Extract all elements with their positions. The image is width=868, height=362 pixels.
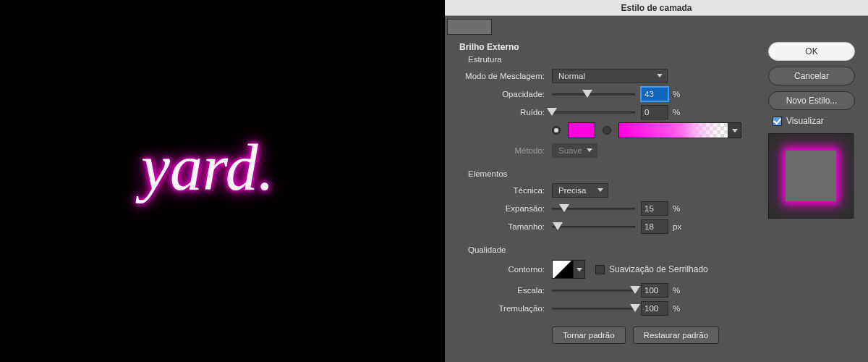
range-unit: %	[673, 286, 680, 295]
opacity-label: Opacidade:	[459, 90, 552, 98]
size-field[interactable]: 18	[641, 219, 668, 234]
solid-color-radio[interactable]	[552, 126, 561, 135]
layer-style-dialog: Estilo de camada Brilho Externo Estrutur…	[445, 0, 868, 362]
solid-color-swatch[interactable]	[568, 122, 595, 138]
noise-label: Ruído:	[459, 108, 552, 117]
canvas-area: yard.	[0, 0, 445, 362]
contour-swatch[interactable]	[552, 260, 574, 279]
blend-mode-value: Normal	[558, 72, 585, 80]
technique-value: Precisa	[558, 186, 586, 195]
ok-button[interactable]: OK	[768, 42, 855, 61]
method-value: Suave	[558, 146, 582, 155]
range-field[interactable]: 100	[641, 283, 668, 298]
chevron-down-icon	[657, 74, 663, 77]
antialias-checkbox[interactable]	[595, 265, 605, 274]
preview-shape	[786, 151, 836, 201]
size-unit: px	[673, 222, 681, 231]
active-effect-tab[interactable]	[447, 19, 492, 35]
antialias-label: Suavização de Serrilhado	[609, 264, 708, 274]
jitter-field[interactable]: 100	[641, 301, 668, 316]
spread-unit: %	[673, 204, 680, 213]
dialog-title: Estilo de camada	[445, 0, 868, 16]
preview-label: Visualizar	[786, 116, 824, 126]
jitter-label: Tremulação:	[459, 304, 552, 313]
chevron-down-icon	[587, 148, 592, 152]
make-default-button[interactable]: Tornar padrão	[552, 327, 626, 344]
opacity-unit: %	[673, 90, 680, 98]
contour-select-caret[interactable]	[574, 260, 585, 279]
noise-unit: %	[673, 108, 680, 117]
quality-heading: Qualidade	[468, 245, 758, 254]
gradient-select-caret[interactable]	[728, 122, 741, 138]
noise-slider[interactable]	[552, 106, 635, 118]
dialog-tab-strip	[445, 16, 868, 38]
spread-label: Expansão:	[459, 204, 552, 213]
effect-heading: Brilho Externo	[459, 42, 758, 52]
jitter-unit: %	[673, 304, 680, 313]
opacity-slider[interactable]	[552, 88, 635, 100]
method-label: Método:	[459, 146, 552, 155]
blend-mode-label: Modo de Mesclagem:	[459, 72, 552, 80]
range-slider[interactable]	[552, 285, 635, 296]
chevron-down-icon	[576, 268, 582, 272]
preview-checkbox[interactable]	[773, 117, 782, 126]
technique-label: Técnica:	[459, 186, 552, 195]
gradient-swatch[interactable]	[618, 122, 728, 138]
new-style-button[interactable]: Novo Estilo...	[768, 91, 855, 110]
chevron-down-icon	[597, 188, 603, 192]
technique-select[interactable]: Precisa	[552, 183, 608, 198]
chevron-down-icon	[732, 129, 738, 132]
structure-heading: Estrutura	[468, 55, 758, 64]
neon-sample-text: yard.	[141, 130, 274, 205]
blend-mode-select[interactable]: Normal	[552, 69, 668, 83]
effect-preview	[768, 133, 854, 219]
size-slider[interactable]	[552, 221, 635, 232]
method-select: Suave	[552, 143, 597, 158]
spread-field[interactable]: 15	[641, 201, 668, 216]
contour-label: Contorno:	[459, 265, 552, 274]
reset-default-button[interactable]: Restaurar padrão	[633, 327, 720, 344]
noise-field[interactable]: 0	[641, 105, 668, 119]
gradient-radio[interactable]	[603, 126, 611, 135]
spread-slider[interactable]	[552, 203, 635, 214]
range-label: Escala:	[459, 286, 552, 295]
size-label: Tamanho:	[459, 222, 552, 231]
opacity-field[interactable]: 43	[641, 87, 668, 101]
cancel-button[interactable]: Cancelar	[768, 67, 855, 85]
elements-heading: Elementos	[468, 169, 758, 178]
jitter-slider[interactable]	[552, 303, 635, 314]
